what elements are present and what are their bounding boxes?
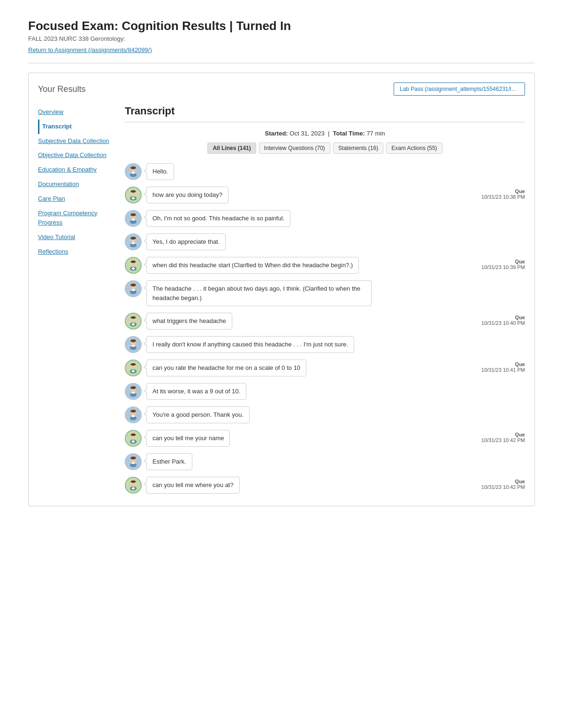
chat-row-9: can you rate the headache for me on a sc… bbox=[125, 360, 525, 376]
message-bubble-9: can you rate the headache for me on a sc… bbox=[146, 360, 306, 376]
chat-row-10: At its worse, it was a 9 out of 10. bbox=[125, 383, 525, 400]
svg-rect-31 bbox=[131, 289, 135, 291]
filter-btn-all[interactable]: All Lines (141) bbox=[207, 143, 256, 154]
nurse-avatar bbox=[125, 360, 142, 376]
svg-point-40 bbox=[130, 339, 136, 342]
que-label-7: Que bbox=[473, 315, 525, 320]
chat-row-2: how are you doing today?Que10/31/23 10:3… bbox=[125, 187, 525, 203]
svg-point-13 bbox=[130, 213, 136, 216]
message-bubble-12: can you tell me your name bbox=[146, 430, 230, 447]
message-bubble-6: The headache . . . it began about two da… bbox=[146, 280, 372, 306]
nurse-avatar bbox=[125, 477, 142, 494]
chat-row-3: Oh, I'm not so good. This headache is so… bbox=[125, 210, 525, 227]
message-timestamp-5: Que10/31/23 10:39 PM bbox=[473, 257, 525, 270]
filter-btn-statements[interactable]: Statements (16) bbox=[333, 143, 383, 154]
message-bubble-7: what triggers the headache bbox=[146, 313, 232, 330]
chat-row-1: Hello. bbox=[125, 163, 525, 180]
svg-rect-15 bbox=[131, 219, 135, 221]
return-to-assignment-link[interactable]: Return to Assignment (/assignments/84209… bbox=[28, 46, 152, 53]
que-label-9: Que bbox=[473, 361, 525, 367]
nurse-avatar bbox=[125, 187, 142, 203]
message-bubble-11: You're a good person. Thank you. bbox=[146, 406, 250, 423]
svg-rect-26 bbox=[131, 268, 135, 269]
message-bubble-10: At its worse, it was a 9 out of 10. bbox=[146, 383, 246, 400]
svg-rect-20 bbox=[131, 242, 135, 244]
filter-btn-exam[interactable]: Exam Actions (55) bbox=[386, 143, 442, 154]
svg-point-67 bbox=[130, 457, 136, 459]
patient-avatar bbox=[125, 453, 142, 470]
svg-point-61 bbox=[131, 434, 136, 436]
svg-rect-42 bbox=[131, 345, 135, 347]
header-divider bbox=[28, 63, 535, 63]
chat-row-7: what triggers the headacheQue10/31/23 10… bbox=[125, 313, 525, 330]
chat-row-13: Esther Park. bbox=[125, 453, 525, 470]
lab-pass-button[interactable]: Lab Pass (/assignment_attempts/15546231/… bbox=[394, 83, 525, 96]
svg-point-7 bbox=[131, 190, 136, 193]
transcript-meta: Started: Oct 31, 2023 | Total Time: 77 m… bbox=[125, 130, 525, 137]
que-label-2: Que bbox=[473, 188, 525, 194]
chat-row-14: can you tell me where you at?Que10/31/23… bbox=[125, 477, 525, 494]
message-timestamp-14: Que10/31/23 10:42 PM bbox=[473, 477, 525, 490]
patient-avatar bbox=[125, 336, 142, 353]
message-bubble-14: can you tell me where you at? bbox=[146, 477, 240, 494]
patient-avatar bbox=[125, 406, 142, 423]
svg-point-51 bbox=[130, 386, 136, 389]
svg-point-18 bbox=[130, 237, 136, 240]
message-timestamp-2: Que10/31/23 10:38 PM bbox=[473, 187, 525, 200]
message-timestamp-12: Que10/31/23 10:42 PM bbox=[473, 430, 525, 443]
svg-rect-69 bbox=[131, 462, 135, 464]
time-value-7: 10/31/23 10:40 PM bbox=[473, 320, 525, 326]
results-header: Your Results Lab Pass (/assignment_attem… bbox=[38, 83, 525, 96]
total-time-label: Total Time: bbox=[333, 130, 365, 137]
page-subtitle: FALL 2023 NURC 338 Gerontology: bbox=[28, 35, 535, 42]
sidebar-item-subjective[interactable]: Subjective Data Collection bbox=[38, 134, 115, 149]
svg-rect-48 bbox=[131, 371, 135, 372]
sidebar-item-video[interactable]: Video Tutorial bbox=[38, 230, 115, 245]
nurse-avatar bbox=[125, 257, 142, 274]
sidebar-item-care-plan[interactable]: Care Plan bbox=[38, 192, 115, 206]
sidebar: OverviewTranscriptSubjective Data Collec… bbox=[38, 105, 115, 496]
content-layout: OverviewTranscriptSubjective Data Collec… bbox=[38, 105, 525, 496]
sidebar-item-objective[interactable]: Objective Data Collection bbox=[38, 148, 115, 163]
results-title: Your Results bbox=[38, 84, 85, 94]
chat-row-12: can you tell me your nameQue10/31/23 10:… bbox=[125, 430, 525, 447]
message-timestamp-9: Que10/31/23 10:41 PM bbox=[473, 360, 525, 373]
patient-avatar bbox=[125, 280, 142, 297]
started-value: Oct 31, 2023 bbox=[289, 130, 324, 137]
chat-row-4: Yes, I do appreciate that. bbox=[125, 233, 525, 250]
main-content: Transcript Started: Oct 31, 2023 | Total… bbox=[125, 105, 525, 496]
time-value-12: 10/31/23 10:42 PM bbox=[473, 437, 525, 443]
message-bubble-3: Oh, I'm not so good. This headache is so… bbox=[146, 210, 290, 227]
chat-list: Hello. how are you doing today?Que10/31/… bbox=[125, 163, 525, 496]
filter-btn-interview[interactable]: Interview Questions (70) bbox=[259, 143, 330, 154]
started-label: Started: bbox=[265, 130, 288, 137]
svg-rect-37 bbox=[131, 324, 135, 325]
svg-rect-4 bbox=[131, 172, 135, 174]
time-value-9: 10/31/23 10:41 PM bbox=[473, 367, 525, 373]
svg-point-34 bbox=[131, 316, 136, 319]
sidebar-item-education[interactable]: Education & Empathy bbox=[38, 163, 115, 177]
sidebar-item-program[interactable]: Program Competency Progress bbox=[38, 206, 115, 231]
message-bubble-8: I really don't know if anything caused t… bbox=[146, 336, 354, 353]
svg-rect-58 bbox=[131, 415, 135, 417]
nurse-avatar bbox=[125, 313, 142, 330]
chat-row-5: when did this headache start (Clarified … bbox=[125, 257, 525, 274]
sidebar-item-reflections[interactable]: Reflections bbox=[38, 245, 115, 259]
sidebar-item-overview[interactable]: Overview bbox=[38, 105, 115, 120]
nurse-avatar bbox=[125, 430, 142, 447]
patient-avatar bbox=[125, 163, 142, 180]
message-timestamp-7: Que10/31/23 10:40 PM bbox=[473, 313, 525, 326]
svg-rect-64 bbox=[131, 441, 135, 442]
chat-row-8: I really don't know if anything caused t… bbox=[125, 336, 525, 353]
chat-row-11: You're a good person. Thank you. bbox=[125, 406, 525, 423]
message-bubble-4: Yes, I do appreciate that. bbox=[146, 233, 226, 250]
time-value-2: 10/31/23 10:38 PM bbox=[473, 194, 525, 200]
message-bubble-2: how are you doing today? bbox=[146, 187, 228, 203]
sidebar-item-transcript[interactable]: Transcript bbox=[38, 120, 115, 134]
page-title: Focused Exam: Cognition Results | Turned… bbox=[28, 19, 535, 33]
patient-avatar bbox=[125, 210, 142, 227]
patient-avatar bbox=[125, 233, 142, 250]
message-bubble-13: Esther Park. bbox=[146, 453, 192, 470]
svg-point-29 bbox=[130, 284, 136, 286]
sidebar-item-documentation[interactable]: Documentation bbox=[38, 177, 115, 192]
